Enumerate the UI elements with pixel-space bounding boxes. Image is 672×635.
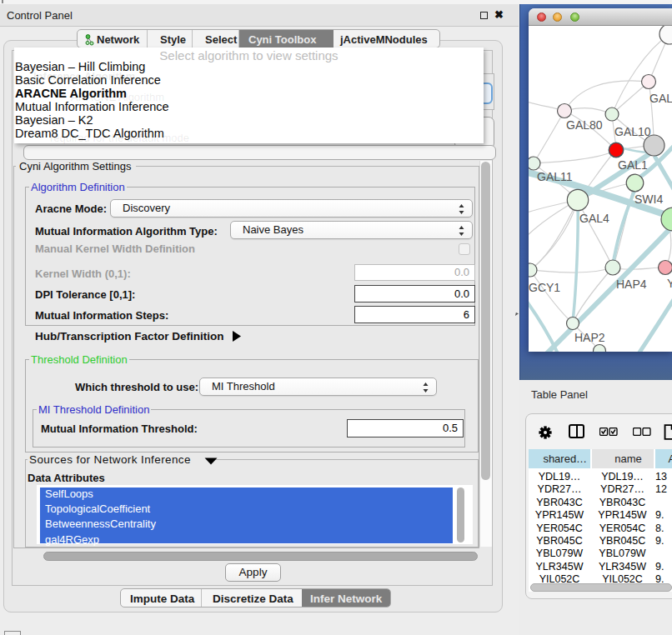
svg-text:GAL10: GAL10	[614, 125, 651, 138]
svg-text:GAL11: GAL11	[537, 170, 573, 183]
svg-text:GAL7: GAL7	[649, 92, 672, 105]
svg-text:Y: Y	[667, 277, 672, 290]
svg-text:HAP2: HAP2	[574, 331, 605, 344]
svg-text:GAL80: GAL80	[566, 118, 603, 132]
svg-text:GAL4: GAL4	[579, 212, 609, 225]
svg-text:SWI4: SWI4	[634, 192, 663, 206]
svg-text:HAP4: HAP4	[616, 278, 647, 291]
svg-text:GAL1: GAL1	[618, 158, 648, 172]
svg-text:GCY1: GCY1	[529, 281, 560, 294]
